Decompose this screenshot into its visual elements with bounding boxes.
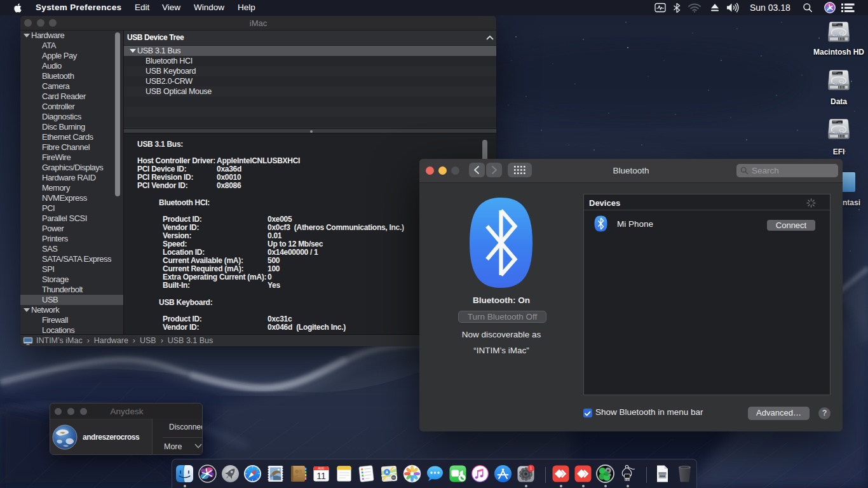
svg-text:1: 1	[530, 466, 532, 470]
svg-text:11: 11	[316, 471, 326, 481]
svg-text:3D: 3D	[392, 476, 395, 479]
svg-text:AUG: AUG	[318, 467, 324, 470]
